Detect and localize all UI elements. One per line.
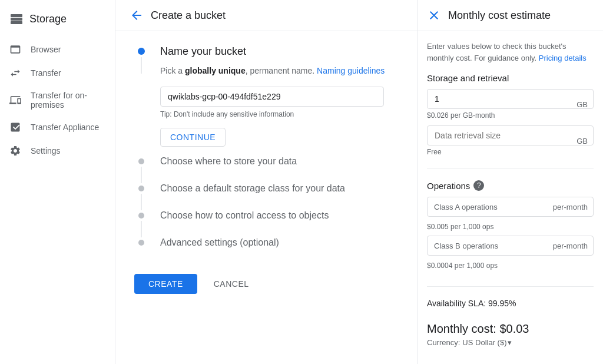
app-title: Storage <box>29 13 67 25</box>
sidebar-item-transfer[interactable]: Transfer <box>0 61 110 85</box>
class-b-hint: $0.0004 per 1,000 ops <box>427 262 594 270</box>
settings-icon <box>9 145 21 157</box>
operations-title: Operations <box>427 181 470 191</box>
step-1-subtitle-pre: Pick a <box>160 66 185 75</box>
step-2-line <box>141 167 142 183</box>
bottom-actions: CREATE CANCEL <box>134 264 398 294</box>
step-3-line <box>141 194 142 210</box>
panel-body: Enter values below to check this bucket'… <box>418 31 603 356</box>
panel-close-button[interactable] <box>427 8 441 22</box>
sidebar-header: Storage <box>0 5 115 35</box>
step-5-indicator <box>134 237 148 246</box>
bucket-name-hint: Tip: Don't include any sensitive informa… <box>160 110 398 118</box>
sidebar-item-browser[interactable]: Browser <box>0 38 110 61</box>
step-3-dot <box>138 186 144 191</box>
currency-dropdown[interactable]: US Dollar ($) ▾ <box>462 338 512 347</box>
continue-button[interactable]: CONTINUE <box>160 128 226 147</box>
step-3-content: Choose a default storage class for your … <box>160 183 398 210</box>
monthly-cost: Monthly cost: $0.03 <box>427 322 594 336</box>
transfer-onprem-icon <box>9 94 21 106</box>
step-1-subtitle: Pick a globally unique, permanent name. … <box>160 65 398 77</box>
storage-section-title: Storage and retrieval <box>427 73 594 83</box>
sla-text: Availability SLA: 99.95% <box>427 299 594 308</box>
sidebar-item-settings-label: Settings <box>31 146 61 155</box>
step-1-subtitle-mid: , permanent name. <box>246 66 317 75</box>
sla-section: Availability SLA: 99.95% <box>427 299 594 308</box>
data-retrieval-hint: Free <box>427 148 594 156</box>
sidebar-item-transfer-appliance[interactable]: Transfer Appliance <box>0 115 110 139</box>
storage-logo-icon <box>9 12 24 26</box>
appliance-icon <box>9 121 21 133</box>
currency-value: US Dollar ($) <box>462 338 506 347</box>
data-retrieval-field: GB Free <box>427 125 594 156</box>
step-5-content: Advanced settings (optional) <box>160 237 398 264</box>
currency-label: Currency: <box>427 338 460 347</box>
class-b-input[interactable] <box>427 236 594 256</box>
step-4-indicator <box>134 210 148 237</box>
sidebar-item-settings[interactable]: Settings <box>0 139 110 163</box>
step-4-line <box>141 221 142 237</box>
step-storage-class: Choose a default storage class for your … <box>134 183 398 210</box>
sidebar-item-transfer-onprem[interactable]: Transfer for on-premises <box>0 85 110 115</box>
operations-help-icon[interactable]: ? <box>473 180 484 191</box>
main-header: Create a bucket <box>115 0 417 31</box>
class-b-field: Class B operations per-month <box>427 236 594 256</box>
currency-section: Currency: US Dollar ($) ▾ <box>427 338 594 347</box>
storage-fields: GB $0.026 per GB-month GB Free <box>427 89 594 156</box>
sidebar: Storage Browser Transfer Transfer for on… <box>0 0 115 364</box>
step-location: Choose where to store your data <box>134 156 398 183</box>
step-1-content: Name your bucket Pick a globally unique,… <box>160 45 398 156</box>
panel-divider-2 <box>427 286 594 287</box>
storage-size-field: GB $0.026 per GB-month <box>427 89 594 120</box>
browser-icon <box>9 44 21 55</box>
operations-header: Operations ? <box>427 180 594 191</box>
step-1-line <box>141 57 142 74</box>
panel-description: Enter values below to check this bucket'… <box>427 41 594 64</box>
cancel-button[interactable]: CANCEL <box>207 274 256 294</box>
step-1-subtitle-bold: globally unique <box>185 66 246 75</box>
step-list: Name your bucket Pick a globally unique,… <box>134 45 398 264</box>
step-access-control: Choose how to control access to objects <box>134 210 398 237</box>
sidebar-nav: Browser Transfer Transfer for on-premise… <box>0 35 115 163</box>
step-1-title: Name your bucket <box>160 45 398 58</box>
step-3-title: Choose a default storage class for your … <box>160 183 398 194</box>
storage-size-hint: $0.026 per GB-month <box>427 111 594 120</box>
transfer-icon <box>9 67 21 79</box>
class-a-hint: $0.005 per 1,000 ops <box>427 223 594 231</box>
panel-header: Monthly cost estimate <box>418 0 603 31</box>
naming-guidelines-link[interactable]: Naming guidelines <box>317 66 385 75</box>
sidebar-item-transfer-onprem-label: Transfer for on-premises <box>31 91 101 110</box>
step-5-dot <box>138 240 144 246</box>
currency-dropdown-arrow: ▾ <box>508 338 512 347</box>
create-button[interactable]: CREATE <box>134 274 197 294</box>
operations-section: Operations ? Class A operations per-mont… <box>427 180 594 274</box>
data-retrieval-input[interactable] <box>427 125 594 145</box>
class-a-input[interactable] <box>427 197 594 217</box>
sidebar-item-transfer-label: Transfer <box>31 68 61 78</box>
svg-rect-1 <box>11 18 22 21</box>
back-button[interactable] <box>130 8 144 22</box>
step-4-dot <box>138 213 144 219</box>
storage-size-input[interactable] <box>427 89 594 109</box>
sidebar-item-browser-label: Browser <box>31 45 61 54</box>
pricing-details-link[interactable]: Pricing details <box>539 54 587 62</box>
bucket-name-input[interactable] <box>160 87 384 107</box>
step-3-indicator <box>134 183 148 210</box>
panel-title: Monthly cost estimate <box>448 9 551 22</box>
step-4-title: Choose how to control access to objects <box>160 210 398 221</box>
step-5-title: Advanced settings (optional) <box>160 237 398 248</box>
step-advanced: Advanced settings (optional) <box>134 237 398 264</box>
step-1-dot <box>138 48 145 55</box>
step-1-indicator <box>134 45 148 74</box>
main-content: Create a bucket Name your bucket Pick a … <box>115 0 417 364</box>
svg-rect-2 <box>11 21 22 24</box>
step-2-content: Choose where to store your data <box>160 156 398 183</box>
main-body: Name your bucket Pick a globally unique,… <box>115 31 417 364</box>
step-4-content: Choose how to control access to objects <box>160 210 398 237</box>
step-2-indicator <box>134 156 148 183</box>
monthly-cost-section: Monthly cost: $0.03 Currency: US Dollar … <box>427 317 594 347</box>
step-2-title: Choose where to store your data <box>160 156 398 167</box>
svg-rect-0 <box>11 14 22 17</box>
step-name: Name your bucket Pick a globally unique,… <box>134 45 398 156</box>
sidebar-item-transfer-appliance-label: Transfer Appliance <box>31 123 99 132</box>
